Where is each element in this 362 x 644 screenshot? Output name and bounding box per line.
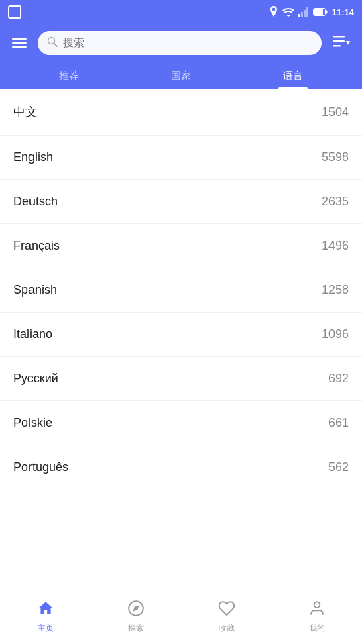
language-count: 1496 [322,239,349,253]
signal-icon [298,7,309,17]
search-icon [47,36,58,50]
explore-icon [127,600,145,620]
language-name: Italiano [13,327,52,341]
nav-profile-label: 我的 [309,623,325,634]
nav-favorites[interactable]: 收藏 [181,600,272,637]
svg-marker-12 [346,41,350,45]
svg-point-15 [314,602,320,608]
svg-rect-10 [333,40,345,42]
list-item[interactable]: Français 1496 [0,224,362,268]
language-name: Português [13,460,68,474]
sort-button[interactable] [330,33,353,53]
language-name: Polskie [13,416,52,430]
person-icon [308,600,326,620]
svg-rect-9 [333,36,345,38]
list-item[interactable]: Spanish 1258 [0,268,362,313]
language-name: Français [13,239,60,253]
language-count: 692 [328,372,349,386]
list-item[interactable]: English 5598 [0,136,362,180]
nav-favorites-label: 收藏 [219,623,235,634]
list-item[interactable]: Português 562 [0,445,362,489]
list-item[interactable]: Deutsch 2635 [0,180,362,224]
nav-home[interactable]: 主页 [0,600,90,637]
language-name: Русский [13,372,58,386]
list-item[interactable]: Polskie 661 [0,401,362,445]
svg-rect-6 [326,11,328,14]
svg-rect-2 [304,10,306,17]
battery-icon [313,8,328,16]
nav-home-label: 主页 [38,623,54,634]
language-name: Spanish [13,283,57,297]
svg-marker-14 [133,605,139,611]
bottom-navigation: 主页 探索 收藏 我的 [0,592,362,644]
search-bar[interactable] [38,31,322,55]
app-header [0,24,362,63]
nav-profile[interactable]: 我的 [272,600,362,637]
language-name: Deutsch [13,195,58,209]
svg-line-8 [54,44,58,47]
nav-explore[interactable]: 探索 [90,600,181,637]
language-count: 2635 [322,195,349,209]
status-bar: 11:14 [0,0,362,24]
language-count: 562 [328,460,349,474]
list-item[interactable]: 中文 1504 [0,89,362,136]
svg-rect-0 [298,14,300,17]
language-list: 中文 1504 English 5598 Deutsch 2635 França… [0,89,362,586]
tabs-bar: 推荐 国家 语言 [0,63,362,89]
language-count: 1258 [322,283,349,297]
svg-rect-5 [314,9,323,15]
status-icons [269,6,328,18]
svg-rect-3 [306,7,308,17]
nav-explore-label: 探索 [128,623,144,634]
svg-rect-1 [301,12,303,17]
wifi-icon [282,7,294,17]
list-item[interactable]: Italiano 1096 [0,313,362,357]
menu-button[interactable] [9,36,29,50]
search-input[interactable] [63,37,312,49]
language-count: 1504 [322,105,349,119]
status-time: 11:14 [332,7,354,17]
language-name: 中文 [13,104,38,120]
location-icon [269,6,278,18]
tab-language[interactable]: 语言 [237,63,349,89]
language-count: 5598 [322,150,349,164]
language-count: 1096 [322,327,349,341]
status-square-icon [8,5,21,19]
svg-rect-11 [333,45,341,47]
list-item[interactable]: Русский 692 [0,357,362,401]
home-icon [37,600,54,620]
sort-icon [333,36,350,50]
language-name: English [13,150,53,164]
heart-icon [218,600,235,620]
tab-country[interactable]: 国家 [125,63,237,89]
tab-recommend[interactable]: 推荐 [13,63,125,89]
language-count: 661 [328,416,349,430]
